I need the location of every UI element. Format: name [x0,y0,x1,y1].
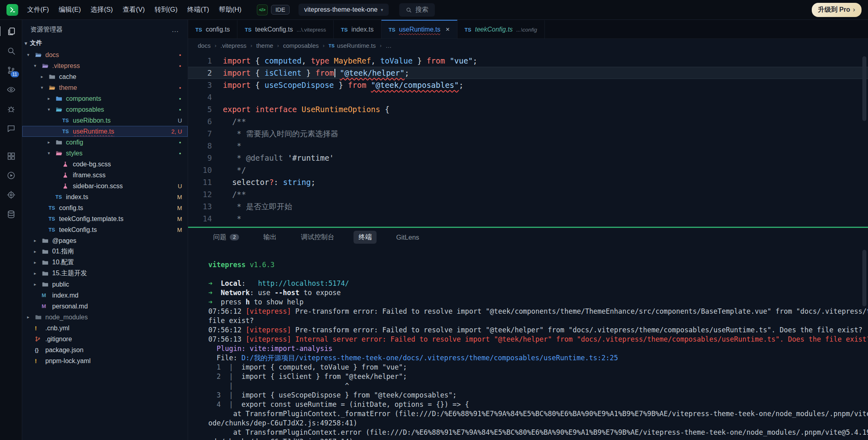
line-number[interactable]: 10 [188,164,223,176]
line-number[interactable]: 14 [188,213,223,225]
tree-item[interactable]: ▸node_modules [22,312,188,323]
tree-item[interactable]: ▸15.主题开发 [22,268,188,279]
chevron-closed-icon[interactable]: ▸ [48,96,55,101]
chevron-open-icon[interactable]: ▾ [34,63,42,68]
line-number[interactable]: 4 [188,91,223,103]
code-line[interactable]: 6 /** [188,115,868,128]
extensions-icon[interactable] [5,150,17,162]
editor-scrollbar[interactable] [862,56,866,121]
line-number[interactable]: 6 [188,115,223,128]
chevron-open-icon[interactable]: ▾ [48,151,55,156]
more-actions-icon[interactable]: … [171,26,180,34]
menu-item[interactable]: 帮助(H) [214,3,246,16]
tree-item[interactable]: {}package.json [22,344,188,355]
panel-tab[interactable]: 调试控制台 [296,231,339,244]
code-line[interactable]: 7 * 需要插入时间的元素选择器 [188,128,868,140]
chevron-closed-icon[interactable]: ▸ [34,260,42,265]
code-line[interactable]: 3import { useScopeDispose } from "@teek/… [188,79,868,91]
tree-item[interactable]: Mpersonal.md [22,301,188,312]
tree-item[interactable]: sidebar-icon.scssU [22,181,188,191]
tree-item[interactable]: code-bg.scss [22,159,188,170]
code-line[interactable]: 4 [188,91,868,103]
tree-item[interactable]: ▸components● [22,93,188,104]
code-line[interactable]: 8 * [188,140,868,152]
breadcrumb-item[interactable]: docs [198,42,211,49]
tree-item[interactable]: ▸01.指南 [22,246,188,257]
line-number[interactable]: 13 [188,200,223,213]
menu-item[interactable]: 转到(G) [150,3,182,16]
line-number[interactable]: 2 [188,67,223,79]
tree-item[interactable]: ▸cache [22,71,188,82]
line-number[interactable]: 11 [188,176,223,188]
target-icon[interactable] [5,189,17,200]
tree-item[interactable]: TSuseRibbon.tsU [22,115,188,126]
tree-item[interactable]: iframe.scss [22,170,188,181]
terminal[interactable]: vitepress v1.6.3➜ Local: http://localhos… [188,247,868,440]
menu-item[interactable]: 终端(T) [182,3,214,16]
ide-badge[interactable]: </> IDE [257,4,290,15]
line-number[interactable]: 9 [188,152,223,164]
tree-item[interactable]: ▸public [22,279,188,290]
tree-item[interactable]: !.cnb.yml [22,323,188,334]
tree-item[interactable]: !pnpm-lock.yaml [22,355,188,366]
files-section-header[interactable]: ▾ 文件 [22,38,188,49]
run-icon[interactable] [5,170,17,181]
chevron-closed-icon[interactable]: ▸ [34,238,42,243]
upgrade-pro-button[interactable]: 升级到 Pro › [812,3,862,17]
breadcrumb-item[interactable]: .vitepress [220,42,246,49]
line-number[interactable]: 5 [188,103,223,115]
debug-icon[interactable] [5,103,17,115]
menu-item[interactable]: 文件(F) [22,3,54,16]
tree-item[interactable]: TSindex.tsM [22,191,188,202]
tree-item[interactable]: TSteekConfig.tsM [22,224,188,235]
editor-tab[interactable]: TSuseRuntime.ts× [381,20,457,38]
chat-icon[interactable] [5,123,17,134]
chevron-open-icon[interactable]: ▾ [27,52,35,57]
breadcrumb-item[interactable]: theme [256,42,273,49]
tree-item[interactable]: TSconfig.tsM [22,202,188,213]
chevron-closed-icon[interactable]: ▸ [34,249,42,254]
chevron-closed-icon[interactable]: ▸ [27,315,35,320]
panel-tab[interactable]: 终端 [354,231,377,244]
code-editor[interactable]: 1import { computed, type MaybeRef, toVal… [188,52,868,227]
chevron-open-icon[interactable]: ▾ [41,85,49,90]
editor-tab[interactable]: TSindex.ts [334,20,381,38]
line-number[interactable]: 8 [188,140,223,152]
code-line[interactable]: 1import { computed, type MaybeRef, toVal… [188,55,868,67]
project-selector[interactable]: vitepress-theme-teek-one ▾ [299,4,389,16]
editor-tab[interactable]: TSteekConfig.ts...\config [457,20,545,38]
line-number[interactable]: 7 [188,128,223,140]
code-line[interactable]: 11 selector?: string; [188,176,868,188]
code-line[interactable]: 10 */ [188,164,868,176]
code-line[interactable]: 14 * [188,213,868,225]
line-number[interactable]: 1 [188,55,223,67]
search-icon[interactable] [5,45,17,56]
code-line[interactable]: 2import { isClient } from "@teek/helper"… [188,67,868,79]
tree-item[interactable]: ▸config● [22,137,188,148]
panel-tab[interactable]: 问题2 [208,231,244,244]
breadcrumb-item[interactable]: … [385,42,392,49]
tree-item[interactable]: ▸10.配置 [22,257,188,268]
editor-tab[interactable]: TSteekConfig.ts...\.vitepress [237,20,334,38]
explorer-icon[interactable] [5,26,17,37]
tree-item[interactable]: ▾composables● [22,104,188,115]
close-icon[interactable]: × [446,26,450,34]
tree-item[interactable]: ▾docs● [22,49,188,60]
breadcrumb-item[interactable]: TSuseRuntime.ts [328,42,376,49]
breadcrumb-item[interactable]: composables [283,42,319,49]
chevron-closed-icon[interactable]: ▸ [48,140,55,145]
menu-item[interactable]: 查看(V) [118,3,150,16]
terminal-scrollbar[interactable] [862,250,866,306]
source-control-icon[interactable]: 11 [5,64,17,76]
chevron-closed-icon[interactable]: ▸ [34,282,42,287]
preview-icon[interactable] [5,84,17,95]
tree-item[interactable]: ▾theme● [22,82,188,93]
code-line[interactable]: 5export interface UseRuntimeOptions { [188,103,868,115]
database-icon[interactable] [5,208,17,220]
editor-tab[interactable]: TSconfig.ts [188,20,237,38]
code-line[interactable]: 13 * 是否立即开始 [188,200,868,213]
chevron-open-icon[interactable]: ▾ [48,107,55,112]
panel-tab[interactable]: GitLens [391,232,424,243]
chevron-closed-icon[interactable]: ▸ [41,74,49,79]
tree-item[interactable]: ▸@pages [22,235,188,246]
